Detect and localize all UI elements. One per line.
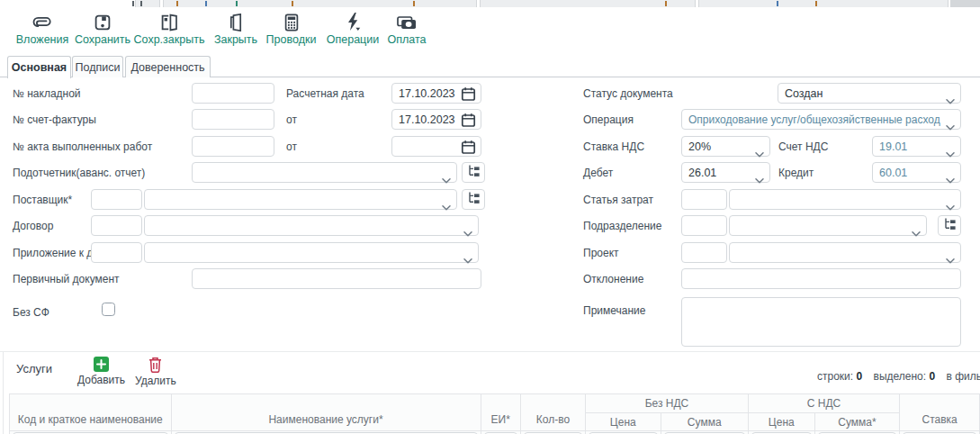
primary-doc-input[interactable] — [192, 268, 481, 289]
cost-item-code-input[interactable] — [681, 189, 727, 210]
attachments-button[interactable]: Вложения — [11, 12, 74, 46]
tab-title-fragment — [132, 1, 134, 6]
debit-label: Дебет — [583, 167, 613, 179]
no-sf-checkbox[interactable] — [102, 303, 115, 316]
tab-title-fragment — [413, 1, 415, 6]
tab-title-fragment — [815, 1, 817, 6]
status-value: Создан — [785, 87, 944, 100]
save-icon — [94, 12, 112, 32]
vat-account-value: 19.01 — [879, 140, 944, 153]
status-combo[interactable]: Создан — [778, 83, 961, 104]
podotchetnik-tree-button[interactable] — [462, 162, 485, 183]
project-combo[interactable] — [729, 242, 961, 263]
tab-signatures[interactable]: Подписи — [72, 56, 123, 77]
calc-date-field[interactable]: 17.10.2023 — [391, 83, 481, 104]
note-label: Примечание — [583, 304, 645, 317]
debit-combo[interactable]: 26.01 — [681, 162, 770, 183]
save-button[interactable]: Сохранить — [75, 12, 130, 46]
department-combo[interactable] — [729, 215, 927, 236]
supplier-combo[interactable] — [144, 189, 457, 210]
supplier-code-input[interactable] — [91, 189, 142, 210]
form-tab-bar: Основная Подписи Доверенность — [0, 56, 980, 77]
window-tab[interactable] — [480, 0, 696, 7]
department-tree-button[interactable] — [938, 215, 961, 236]
credit-combo[interactable]: 60.01 — [872, 162, 961, 183]
department-code-input[interactable] — [681, 215, 727, 236]
tab-main[interactable]: Основная — [7, 56, 71, 78]
delete-row-button[interactable]: Удалить — [135, 357, 176, 387]
cost-item-label: Статья затрат — [583, 194, 653, 206]
calendar-icon[interactable] — [461, 140, 476, 158]
tree-view-icon — [467, 191, 481, 208]
window-tab[interactable] — [163, 0, 477, 7]
chevron-down-icon — [946, 171, 955, 187]
column-header-qty[interactable]: Кол-во — [520, 394, 585, 431]
window-tab[interactable] — [135, 0, 160, 7]
window-tab[interactable] — [698, 0, 949, 7]
contract-combo[interactable] — [144, 215, 479, 236]
calendar-icon[interactable] — [461, 86, 476, 105]
add-row-button[interactable]: Добавить — [77, 357, 125, 386]
project-label: Проект — [583, 247, 619, 259]
invoice-no-input[interactable] — [192, 83, 274, 104]
no-sf-label: Без СФ — [13, 306, 49, 319]
column-header-name[interactable]: Наименование услуги* — [171, 394, 481, 431]
act-no-label: № акта выполненных работ — [13, 140, 152, 153]
lightning-icon — [344, 12, 362, 32]
tab-power-of-attorney[interactable]: Доверенность — [125, 56, 211, 77]
note-textarea[interactable] — [681, 297, 961, 347]
column-header-price-net[interactable]: Цена — [586, 413, 661, 431]
vat-rate-combo[interactable]: 20% — [681, 136, 770, 157]
column-header-rate[interactable]: Ставка — [900, 394, 980, 431]
primary-doc-label: Первичный документ — [13, 273, 120, 285]
calendar-icon[interactable] — [461, 113, 476, 131]
section-divider — [0, 351, 980, 352]
column-header-sum-gross[interactable]: Сумма* — [814, 413, 900, 431]
close-button[interactable]: Закрыть — [212, 12, 259, 46]
postings-label: Проводки — [266, 34, 317, 46]
sf-no-input[interactable] — [192, 109, 274, 130]
chevron-down-icon — [463, 251, 472, 267]
act-no-input[interactable] — [192, 136, 274, 157]
filter-counter: в фильт — [946, 370, 980, 383]
act-from-label: от — [286, 140, 297, 153]
operation-value: Оприходование услуг/общехозяйственные ра… — [688, 113, 944, 126]
chevron-down-icon — [946, 145, 955, 161]
services-section-title: Услуги — [16, 362, 52, 375]
payment-label: Оплата — [388, 34, 427, 46]
podotchetnik-combo[interactable] — [192, 162, 457, 183]
act-date-field[interactable] — [391, 136, 481, 157]
credit-label: Кредит — [778, 167, 814, 179]
annex-code-input[interactable] — [91, 242, 142, 263]
column-header-sum-net[interactable]: Сумма — [661, 413, 748, 431]
operation-combo[interactable]: Оприходование услуг/общехозяйственные ра… — [681, 109, 961, 130]
debit-value: 26.01 — [688, 167, 753, 179]
deviation-label: Отклонение — [583, 273, 643, 285]
column-header-price-gross[interactable]: Цена — [748, 413, 814, 431]
payment-button[interactable]: Оплата — [384, 12, 429, 46]
sf-date-field[interactable]: 17.10.2023 — [391, 109, 481, 130]
annex-combo[interactable] — [144, 242, 479, 263]
tree-view-icon — [467, 164, 481, 181]
column-header-unit[interactable]: ЕИ* — [481, 394, 520, 431]
project-code-input[interactable] — [681, 242, 727, 263]
save-close-label: Сохр.закрыть — [134, 34, 205, 46]
supplier-tree-button[interactable] — [462, 189, 485, 210]
contract-code-input[interactable] — [91, 215, 142, 236]
invoice-no-label: № накладной — [13, 87, 81, 100]
grid-status-bar: строки: 0 выделено: 0 в фильт — [817, 370, 980, 383]
postings-button[interactable]: Проводки — [265, 12, 317, 46]
services-table: Код и краткое наименование Наименование … — [9, 393, 980, 434]
operations-button[interactable]: Операции — [327, 12, 379, 46]
tab-main-label: Основная — [12, 61, 67, 74]
save-close-button[interactable]: Сохр.закрыть — [135, 12, 203, 46]
cost-item-combo[interactable] — [729, 189, 961, 210]
vat-account-combo[interactable]: 19.01 — [872, 136, 961, 157]
column-header-code[interactable]: Код и краткое наименование — [10, 394, 172, 431]
deviation-input[interactable] — [681, 268, 961, 289]
vat-account-label: Счет НДС — [778, 140, 828, 153]
tab-strip-corner — [950, 0, 980, 7]
save-close-icon — [159, 12, 179, 32]
plus-icon — [94, 357, 109, 372]
calculator-icon — [283, 12, 301, 32]
